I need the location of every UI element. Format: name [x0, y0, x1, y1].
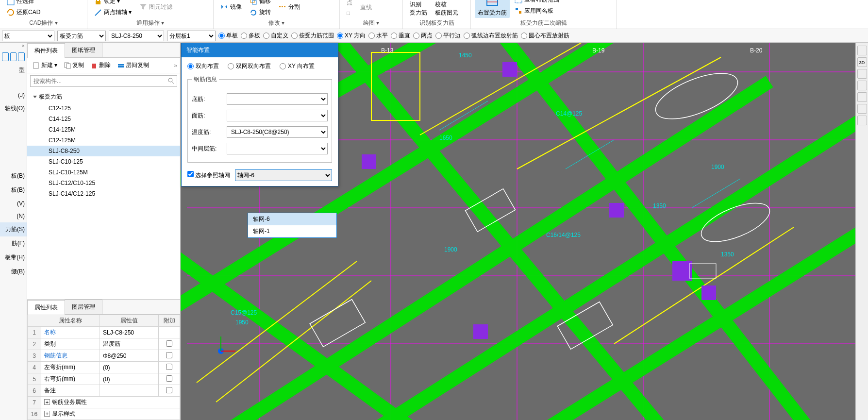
- opt-r3[interactable]: 自定义: [263, 32, 288, 40]
- side-item[interactable]: 板带(H): [0, 251, 27, 265]
- ribbon-split-btn[interactable]: 分割: [276, 1, 303, 13]
- opt-r8[interactable]: 两点: [413, 32, 433, 40]
- ribbon-axis-btn[interactable]: 两点辅轴 ▾: [91, 7, 134, 18]
- svg-rect-7: [487, 0, 498, 5]
- temp-rebar-select[interactable]: SLJ-C8-250(C8@250): [227, 126, 328, 138]
- top-rebar-select[interactable]: [227, 110, 328, 121]
- ribbon-offset-btn[interactable]: 偏移: [247, 0, 274, 7]
- prop-row[interactable]: 6备注: [28, 385, 180, 397]
- axis-ref-checkbox[interactable]: 选择参照轴网: [187, 171, 230, 180]
- ribbon-filter-btn[interactable]: 图元过滤: [136, 1, 175, 13]
- dropdown-option[interactable]: 轴网-1: [248, 225, 336, 237]
- ribbon-check-rebar-btn[interactable]: 校核板筋图元: [432, 0, 461, 18]
- ribbon-line-btn[interactable]: 直线: [357, 2, 375, 13]
- ribbon-group-label: CAD操作 ▾: [4, 18, 83, 28]
- side-item[interactable]: 轴线(O): [0, 101, 27, 116]
- ribbon-recog-rebar-btn[interactable]: 识别受力筋: [407, 0, 430, 18]
- left-category-bar: × 型 (J) 轴线(O) 板(B) 板(B) (V) (N) 力筋(S) 筋(…: [0, 43, 27, 420]
- tree-item[interactable]: SLJ-C8-250: [27, 146, 180, 156]
- tab-component-list[interactable]: 构件列表: [27, 43, 65, 58]
- close-icon[interactable]: ×: [0, 43, 27, 50]
- tree-item[interactable]: C12-125M: [27, 135, 180, 146]
- opt-category-select[interactable]: 板: [2, 31, 54, 41]
- side-item[interactable]: (N): [0, 210, 27, 222]
- bottom-rebar-select[interactable]: [227, 93, 328, 105]
- tree-item[interactable]: SLJ-C10-125M: [27, 167, 180, 178]
- rside-tool-icon[interactable]: [857, 46, 867, 55]
- prop-row[interactable]: 1名称SLJ-C8-250: [28, 327, 180, 338]
- tab-layer-mgmt[interactable]: 图层管理: [65, 300, 102, 314]
- offset-icon: [250, 0, 257, 5]
- opt-r10[interactable]: 弧线边布置放射筋: [464, 32, 518, 40]
- smart-r2[interactable]: 双网双向布置: [228, 62, 271, 70]
- rside-tool-icon[interactable]: [857, 92, 867, 102]
- tab-property-list[interactable]: 属性列表: [27, 300, 65, 315]
- opt-r5[interactable]: XY 方向: [337, 32, 366, 40]
- side-item[interactable]: 板(B): [0, 183, 27, 197]
- view-toggle-icons[interactable]: [0, 50, 27, 63]
- rside-tool-icon[interactable]: [857, 104, 867, 114]
- opt-r4[interactable]: 按受力筋范围: [291, 32, 334, 40]
- opt-r9[interactable]: 平行边: [435, 32, 461, 40]
- svg-text:B-19: B-19: [592, 47, 605, 54]
- tree-root[interactable]: 板受力筋: [27, 91, 180, 103]
- tree-item[interactable]: SLJ-C14/C12-125: [27, 188, 180, 199]
- rside-tool-icon[interactable]: [857, 81, 867, 90]
- tree-item[interactable]: C14-125M: [27, 124, 180, 135]
- ribbon-view-range-btn[interactable]: 查看布筋范围: [512, 0, 562, 5]
- ribbon-select-btn[interactable]: 性选择: [4, 0, 43, 7]
- side-item[interactable]: (J): [0, 89, 27, 101]
- comp-delete-btn[interactable]: 删除: [88, 60, 114, 71]
- opt-r1[interactable]: 单板: [218, 32, 238, 40]
- opt-layer-select[interactable]: 分层板1: [167, 31, 216, 41]
- side-item[interactable]: (V): [0, 197, 27, 210]
- tab-drawing-mgmt[interactable]: 图纸管理: [65, 43, 102, 57]
- ribbon-point-btn[interactable]: 点: [344, 0, 355, 8]
- ribbon-apply-same-btn[interactable]: 应用同名板: [512, 5, 562, 17]
- side-item[interactable]: 筋(F): [0, 236, 27, 251]
- rside-tool-icon[interactable]: [857, 69, 867, 79]
- tree-item[interactable]: SLJ-C10-125: [27, 156, 180, 167]
- prop-row[interactable]: 3钢筋信息Φ8@250: [28, 350, 180, 362]
- smart-r3[interactable]: XY 向布置: [280, 62, 315, 70]
- comp-copy-btn[interactable]: 复制: [61, 60, 87, 71]
- mid-rebar-select[interactable]: [227, 143, 328, 154]
- tree-item[interactable]: C12-125: [27, 103, 180, 114]
- field-label: 面筋:: [192, 112, 227, 120]
- comp-layercopy-btn[interactable]: 层间复制: [115, 60, 152, 71]
- axis-ref-select[interactable]: 轴网-6: [235, 169, 332, 181]
- prop-row[interactable]: 4左弯折(mm)(0): [28, 362, 180, 373]
- ribbon-mirror-btn[interactable]: 镜像: [217, 1, 245, 13]
- opt-type-select[interactable]: 板受力筋: [57, 31, 106, 41]
- prop-row[interactable]: 7+钢筋业务属性: [28, 397, 180, 408]
- prop-row[interactable]: 5右弯折(mm)(0): [28, 373, 180, 385]
- side-item[interactable]: 板(B): [0, 169, 27, 183]
- component-panel: 构件列表 图纸管理 新建 ▾ 复制 删除 层间复制 » 板受力筋 C12-125…: [27, 43, 181, 420]
- tree-item[interactable]: SLJ-C12/C10-125: [27, 178, 180, 188]
- ribbon-place-rebar-btn[interactable]: 布置受力筋: [475, 0, 510, 18]
- ribbon-rotate-btn[interactable]: 旋转: [247, 7, 274, 18]
- ribbon-rect-btn[interactable]: □: [344, 8, 355, 18]
- side-item[interactable]: 缀(B): [0, 265, 27, 279]
- comp-search-input[interactable]: [30, 75, 177, 87]
- dropdown-option[interactable]: 轴网-6: [248, 213, 336, 225]
- smart-r1[interactable]: 双向布置: [187, 62, 219, 70]
- ribbon-restore-cad-btn[interactable]: 还原CAD: [4, 7, 43, 18]
- opt-member-select[interactable]: SLJ-C8-250: [109, 31, 164, 41]
- ribbon-lock-btn[interactable]: 锁定 ▾: [91, 0, 134, 7]
- prop-row[interactable]: 16+显示样式: [28, 408, 180, 420]
- search-icon[interactable]: [167, 77, 174, 84]
- dialog-title[interactable]: 智能布置: [182, 43, 338, 57]
- opt-r2[interactable]: 多板: [241, 32, 260, 40]
- opt-r6[interactable]: 水平: [368, 32, 388, 40]
- opt-r7[interactable]: 垂直: [391, 32, 410, 40]
- side-item[interactable]: 力筋(S): [0, 222, 27, 236]
- comp-new-btn[interactable]: 新建 ▾: [30, 60, 60, 71]
- tree-item[interactable]: C14-125: [27, 114, 180, 124]
- rside-tool-icon[interactable]: 3D: [857, 57, 867, 67]
- side-item[interactable]: 型: [0, 63, 27, 77]
- component-tree: 板受力筋 C12-125 C14-125 C14-125M C12-125M S…: [27, 89, 180, 299]
- rside-tool-icon[interactable]: [857, 116, 867, 125]
- prop-row[interactable]: 2类别温度筋: [28, 338, 180, 350]
- opt-r11[interactable]: 圆心布置放射筋: [521, 32, 569, 40]
